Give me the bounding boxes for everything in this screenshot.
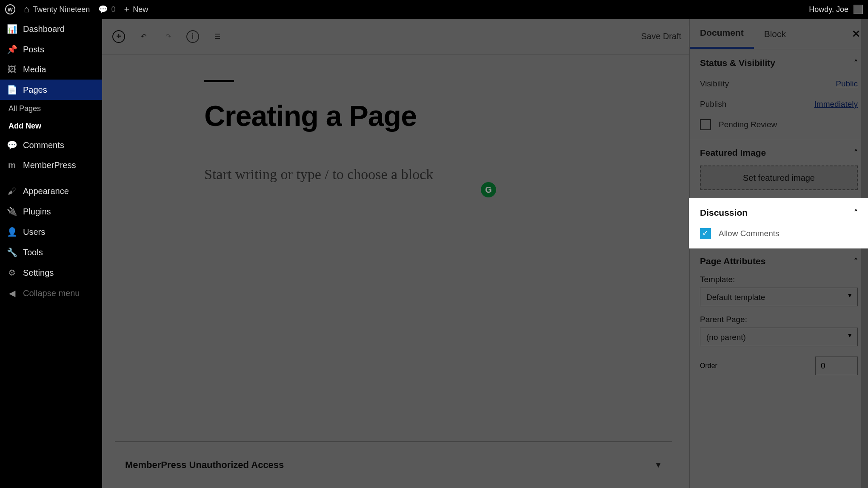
chevron-up-icon: ˄ [854, 148, 858, 157]
sidebar-item-users[interactable]: 👤Users [0, 222, 102, 242]
sidebar-sub-all-pages[interactable]: All Pages [0, 100, 102, 117]
site-name: Twenty Nineteen [33, 5, 90, 14]
admin-bar: Twenty Nineteen 0 New Howdy, Joe [0, 0, 868, 19]
allow-comments-label: Allow Comments [719, 229, 779, 238]
template-label: Template: [700, 275, 858, 284]
chevron-up-icon: ˄ [854, 58, 858, 68]
panel-heading: Status & Visibility [700, 58, 775, 68]
panel-discussion: Discussion˄ Allow Comments [690, 199, 868, 248]
sidebar-item-appearance[interactable]: 🖌Appearance [0, 181, 102, 201]
sidebar-item-label: Comments [23, 140, 64, 150]
user-icon: 👤 [7, 227, 17, 237]
dashboard-icon: 📊 [7, 24, 17, 34]
sidebar-item-pages[interactable]: 📄Pages [0, 80, 102, 100]
collapse-icon: ◀ [7, 288, 17, 298]
info-button[interactable]: i [186, 30, 199, 43]
sidebar-item-label: Tools [23, 248, 43, 257]
sidebar-item-label: Media [23, 65, 46, 74]
template-select[interactable]: Default template [700, 288, 858, 306]
wordpress-icon [5, 4, 15, 14]
scrollbar[interactable] [861, 19, 868, 488]
sliders-icon: ⚙ [7, 268, 17, 278]
chevron-up-icon: ˄ [854, 257, 858, 266]
inspector-panel: Document Block ✕ Status & Visibility˄ Vi… [689, 19, 868, 488]
comments-count: 0 [111, 5, 115, 14]
page-title-input[interactable]: Creating a Page [204, 99, 587, 132]
avatar[interactable] [854, 5, 863, 14]
sidebar-item-label: Dashboard [23, 24, 65, 34]
panel-head-featured[interactable]: Featured Image˄ [700, 148, 858, 158]
save-draft-button[interactable]: Save Draft [641, 31, 681, 41]
pages-icon: 📄 [7, 85, 17, 95]
sidebar-item-memberpress[interactable]: mMemberPress [0, 155, 102, 175]
sidebar-item-dashboard[interactable]: 📊Dashboard [0, 19, 102, 39]
panel-status-visibility: Status & Visibility˄ VisibilityPublic Pu… [690, 49, 868, 139]
wp-logo[interactable] [5, 4, 15, 14]
sidebar-item-comments[interactable]: 💬Comments [0, 135, 102, 155]
editor: + ↶ ↷ i ☰ Save Draft Preview Publish… ⚙ … [102, 19, 868, 488]
pending-review-checkbox[interactable] [700, 119, 711, 130]
set-featured-image-button[interactable]: Set featured image [700, 166, 858, 190]
sidebar-item-settings[interactable]: ⚙Settings [0, 263, 102, 283]
grammarly-icon[interactable]: G [481, 182, 496, 197]
panel-head-attributes[interactable]: Page Attributes˄ [700, 256, 858, 266]
brush-icon: 🖌 [7, 186, 17, 196]
sidebar-item-label: Posts [23, 45, 44, 54]
howdy-text[interactable]: Howdy, Joe [809, 5, 848, 14]
sidebar-item-posts[interactable]: 📌Posts [0, 39, 102, 60]
parent-page-label: Parent Page: [700, 315, 858, 324]
sidebar-sub-add-new[interactable]: Add New [0, 117, 102, 135]
comment-icon [98, 5, 108, 14]
comments-link[interactable]: 0 [98, 5, 115, 14]
close-icon: ✕ [852, 28, 860, 40]
sidebar-item-plugins[interactable]: 🔌Plugins [0, 201, 102, 222]
panel-featured-image: Featured Image˄ Set featured image [690, 139, 868, 199]
media-icon: 🖼 [7, 65, 17, 74]
sidebar-item-label: MemberPress [23, 160, 76, 170]
tab-document[interactable]: Document [690, 19, 754, 49]
visibility-label: Visibility [700, 79, 729, 88]
parent-page-select[interactable]: (no parent) [700, 328, 858, 346]
inspector-tabs: Document Block ✕ [690, 19, 868, 49]
home-icon [24, 4, 29, 15]
sidebar-item-label: Users [23, 227, 45, 237]
memberpress-metabox[interactable]: MemberPress Unauthorized Access ▼ [115, 441, 672, 488]
publish-label: Publish [700, 100, 726, 109]
sidebar-collapse[interactable]: ◀Collapse menu [0, 283, 102, 303]
wrench-icon: 🔧 [7, 247, 17, 257]
chevron-down-icon: ▼ [654, 461, 662, 470]
tab-block[interactable]: Block [754, 19, 796, 49]
new-label: New [133, 5, 148, 14]
comments-icon: 💬 [7, 140, 17, 150]
outline-button[interactable]: ☰ [211, 30, 224, 43]
panel-heading: Page Attributes [700, 256, 765, 266]
sidebar-item-media[interactable]: 🖼Media [0, 60, 102, 80]
plus-icon [124, 4, 129, 15]
new-content[interactable]: New [124, 4, 148, 15]
order-label: Order [700, 362, 717, 370]
sidebar-item-tools[interactable]: 🔧Tools [0, 242, 102, 263]
panel-head-status[interactable]: Status & Visibility˄ [700, 58, 858, 68]
panel-head-discussion[interactable]: Discussion˄ [700, 208, 858, 218]
site-home[interactable]: Twenty Nineteen [24, 4, 90, 15]
sidebar-item-label: Plugins [23, 207, 51, 217]
pin-icon: 📌 [7, 44, 17, 54]
order-input[interactable] [815, 357, 858, 375]
panel-page-attributes: Page Attributes˄ Template: Default templ… [690, 248, 868, 384]
chevron-up-icon: ˄ [854, 208, 858, 217]
close-inspector-button[interactable]: ✕ [852, 28, 860, 40]
block-placeholder[interactable]: Start writing or type / to choose a bloc… [204, 166, 587, 183]
allow-comments-checkbox[interactable] [700, 228, 711, 239]
editor-canvas[interactable]: Creating a Page Start writing or type / … [102, 54, 689, 488]
pending-review-label: Pending Review [719, 120, 777, 129]
visibility-value[interactable]: Public [836, 79, 858, 88]
undo-button[interactable]: ↶ [137, 30, 150, 43]
publish-value[interactable]: Immediately [814, 100, 858, 109]
redo-button[interactable]: ↷ [162, 30, 174, 43]
sidebar-item-label: Settings [23, 268, 54, 278]
add-block-button[interactable]: + [112, 30, 125, 43]
plug-icon: 🔌 [7, 206, 17, 217]
panel-heading: Featured Image [700, 148, 766, 158]
memberpress-icon: m [7, 160, 17, 170]
panel-heading: Discussion [700, 208, 748, 218]
